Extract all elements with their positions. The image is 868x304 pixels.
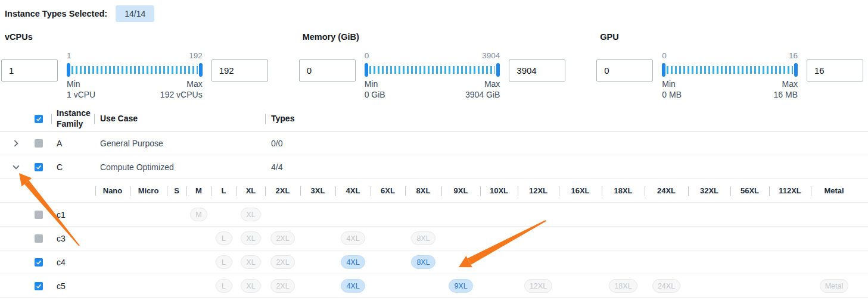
- slider-handle-max[interactable]: [496, 63, 500, 77]
- size-cell: [300, 274, 335, 297]
- size-cell: L: [211, 250, 237, 274]
- max-caption: Max: [465, 79, 500, 89]
- size-cell: [300, 250, 335, 274]
- slider-range-max-label: 3904: [482, 51, 500, 60]
- slider-handle-min[interactable]: [67, 63, 70, 77]
- c5-size-pill-xl[interactable]: XL: [241, 279, 260, 293]
- size-column-56xl: 56XL: [730, 179, 769, 202]
- range-slider: 1 192 Min 1 vCPU Max 192 vCPUs: [67, 51, 203, 99]
- slider-handle-max[interactable]: [794, 63, 798, 77]
- c5-size-pill-l[interactable]: L: [216, 279, 232, 293]
- c3-size-pill-4xl[interactable]: 4XL: [341, 231, 365, 245]
- size-cell: 12XL: [518, 274, 559, 297]
- gpu-min-input[interactable]: [596, 59, 653, 82]
- max-value-caption: 3904 GiB: [465, 90, 500, 99]
- instance-name: c3: [57, 234, 66, 243]
- table-header-row: Instance Family Use Case Types: [0, 106, 868, 131]
- size-cell: [480, 227, 518, 250]
- min-value-caption: 0 MB: [662, 90, 682, 99]
- c5-size-pill-4xl[interactable]: 4XL: [341, 279, 365, 293]
- instance-name: c1: [57, 210, 66, 220]
- size-cell: [559, 250, 602, 274]
- slider-track[interactable]: [662, 62, 798, 77]
- size-column-24xl: 24XL: [645, 179, 688, 202]
- family-c-checkbox[interactable]: [35, 163, 43, 171]
- memory-max-input[interactable]: [509, 59, 565, 82]
- table-body: AGeneral Purpose0/0CCompute Optimized4/4…: [0, 131, 868, 298]
- expand-chevron-a[interactable]: [12, 139, 20, 148]
- c5-size-pill-2xl[interactable]: 2XL: [270, 279, 294, 293]
- size-cell: 2XL: [265, 227, 300, 250]
- c4-size-pill-l[interactable]: L: [216, 255, 232, 269]
- slider-handle-max[interactable]: [199, 63, 203, 77]
- check-icon: [36, 164, 42, 170]
- size-cell: 4XL: [335, 227, 371, 250]
- c3-size-pill-xl[interactable]: XL: [241, 231, 260, 245]
- chevron-right-icon: [12, 139, 20, 148]
- size-cell: [186, 274, 211, 297]
- c5-checkbox[interactable]: [35, 282, 43, 290]
- size-cell: [645, 250, 688, 274]
- c3-checkbox[interactable]: [35, 234, 43, 243]
- c4-size-pill-4xl[interactable]: 4XL: [341, 255, 365, 269]
- vcpus-min-input[interactable]: [1, 59, 58, 82]
- slider-ticks: [71, 66, 198, 74]
- family-row-c: CCompute Optimized4/4: [0, 155, 868, 179]
- slider-handle-min[interactable]: [662, 63, 665, 77]
- slider-track[interactable]: [365, 62, 500, 77]
- slider-range-min-label: 1: [67, 51, 71, 60]
- check-icon: [36, 116, 42, 122]
- c5-size-pill-9xl[interactable]: 9XL: [449, 279, 472, 293]
- size-cell: [811, 227, 857, 250]
- size-cell: [335, 203, 371, 226]
- memory-min-input[interactable]: [299, 59, 356, 82]
- vcpus-max-input[interactable]: [211, 59, 268, 82]
- size-cell: [265, 203, 300, 226]
- c4-size-pill-xl[interactable]: XL: [241, 255, 260, 269]
- c5-size-pill-12xl[interactable]: 12XL: [524, 279, 552, 293]
- size-cell: [441, 250, 480, 274]
- c4-size-pill-2xl[interactable]: 2XL: [270, 255, 294, 269]
- c1-size-pill-m[interactable]: M: [190, 208, 207, 221]
- instance-row-c3: c3LXL2XL4XL8XL: [0, 227, 868, 250]
- size-cell: [602, 227, 645, 250]
- size-cell: [371, 203, 405, 226]
- size-cell: [371, 250, 405, 274]
- gpu-max-input[interactable]: [807, 59, 863, 82]
- c4-checkbox[interactable]: [35, 258, 43, 267]
- size-cell: 8XL: [405, 250, 441, 274]
- size-cell: [559, 274, 602, 297]
- check-icon: [36, 283, 42, 289]
- size-cell: [518, 227, 559, 250]
- c5-size-pill-metal[interactable]: Metal: [820, 279, 849, 293]
- size-column-xl: XL: [237, 179, 265, 202]
- selection-summary: Instance Types Selected: 14/14: [0, 0, 868, 23]
- slider-handle-min[interactable]: [365, 63, 368, 77]
- slider-track[interactable]: [67, 62, 203, 77]
- size-cell: [371, 227, 405, 250]
- size-cell: [769, 227, 811, 250]
- c3-size-pill-2xl[interactable]: 2XL: [270, 231, 294, 245]
- max-value-caption: 16 MB: [774, 90, 798, 99]
- instance-name: c4: [57, 258, 66, 267]
- c4-size-pill-8xl[interactable]: 8XL: [411, 255, 435, 269]
- c3-size-pill-8xl[interactable]: 8XL: [411, 231, 435, 245]
- size-cell: [688, 203, 730, 226]
- selection-count-badge: 14/14: [116, 5, 154, 22]
- size-cell: [811, 250, 857, 274]
- column-header-instance-family: Instance Family: [51, 108, 94, 129]
- c1-size-pill-xl[interactable]: XL: [241, 208, 260, 221]
- c5-size-pill-24xl[interactable]: 24XL: [652, 279, 680, 293]
- size-column-metal: Metal: [811, 179, 857, 202]
- slider-ticks: [369, 66, 496, 74]
- size-cell: [167, 250, 186, 274]
- collapse-chevron-c[interactable]: [12, 163, 20, 171]
- c3-size-pill-l[interactable]: L: [216, 231, 232, 245]
- c5-size-pill-18xl[interactable]: 18XL: [609, 279, 637, 293]
- c1-checkbox[interactable]: [35, 211, 43, 219]
- family-a-checkbox[interactable]: [35, 139, 43, 148]
- vcpus-filter-title: vCPUs: [5, 32, 268, 42]
- size-cell: [730, 250, 769, 274]
- size-cell: [769, 274, 811, 297]
- select-all-checkbox[interactable]: [35, 115, 43, 123]
